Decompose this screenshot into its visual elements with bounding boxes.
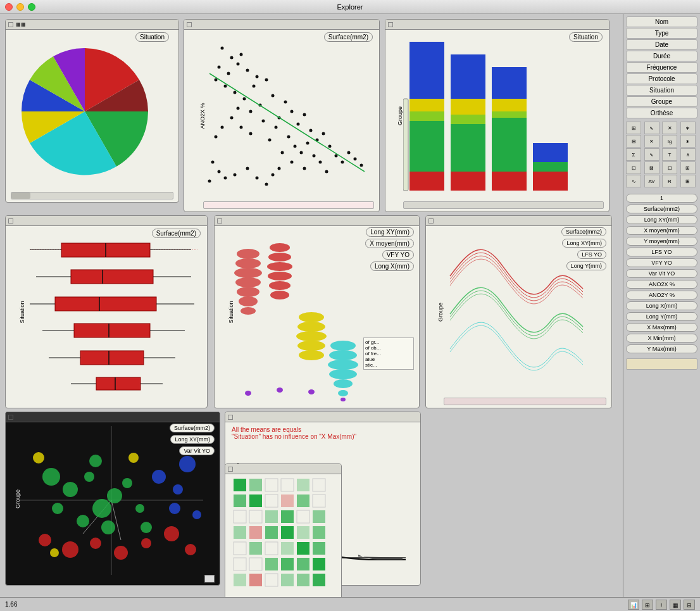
- bar-svg: [403, 35, 603, 197]
- version-label: 1.66: [5, 601, 17, 608]
- sidebar-menu-date[interactable]: Date: [626, 39, 697, 50]
- sidebar-menu-orthese[interactable]: Orthèse: [626, 108, 697, 118]
- chart-icon-2[interactable]: ∿: [644, 122, 659, 134]
- sidebar-menu-protocole[interactable]: Protocole: [626, 73, 697, 84]
- svg-point-131: [308, 389, 315, 394]
- chart-icon-17[interactable]: ∿: [626, 175, 641, 187]
- pie-scrollbar[interactable]: [11, 192, 173, 199]
- sidebar-menu-situation[interactable]: Situation: [626, 85, 697, 96]
- bar-scrollbar[interactable]: [403, 201, 604, 209]
- var-var-vit-yo[interactable]: Var Vit YO: [626, 269, 697, 278]
- window-controls: [5, 3, 35, 11]
- violin-legend-4: Long X(mm): [370, 261, 414, 271]
- svg-point-143: [52, 503, 63, 514]
- chart-icon-5[interactable]: ⊟: [626, 135, 641, 148]
- chart-icon-6[interactable]: ✕: [644, 135, 659, 148]
- svg-point-33: [275, 126, 278, 129]
- matrix-panel-header: [225, 464, 341, 474]
- chart-icon-14[interactable]: ⊠: [644, 161, 659, 174]
- svg-point-153: [141, 538, 151, 548]
- bar-chart-panel: Situation Groupe: [385, 19, 609, 212]
- var-ano2y[interactable]: ANO2Y %: [626, 291, 697, 299]
- chart-icon-8[interactable]: ∗: [680, 135, 696, 148]
- var-ano2x[interactable]: ANO2X %: [626, 280, 697, 289]
- status-icon-exclaim[interactable]: !: [656, 600, 667, 610]
- var-y-moyen[interactable]: Y moyen(mm): [626, 237, 697, 246]
- svg-point-28: [221, 126, 224, 129]
- app-title: Explorer: [337, 3, 363, 11]
- svg-point-117: [270, 291, 289, 299]
- chart-icon-9[interactable]: Σ: [626, 148, 641, 161]
- chart-icon-1[interactable]: ⊞: [626, 122, 641, 134]
- svg-point-41: [341, 161, 344, 164]
- svg-rect-197: [234, 558, 246, 570]
- chart-icon-13[interactable]: ⊡: [626, 161, 641, 174]
- var-x-max[interactable]: X Max(mm): [626, 323, 697, 332]
- status-icon-chart[interactable]: 📊: [628, 600, 639, 610]
- chart-icon-10[interactable]: ∿: [644, 148, 659, 161]
- status-icon-table[interactable]: ▦: [670, 600, 681, 610]
- sidebar-menu-type[interactable]: Type: [626, 28, 697, 39]
- sidebar-menu-groupe[interactable]: Groupe: [626, 96, 697, 107]
- chart-icon-20[interactable]: ⊞: [680, 175, 696, 187]
- var-long-x[interactable]: Long X(mm): [626, 301, 697, 310]
- svg-rect-192: [249, 542, 262, 555]
- svg-rect-170: [281, 479, 294, 491]
- chart-icon-11[interactable]: T: [662, 148, 677, 161]
- svg-rect-172: [313, 479, 325, 491]
- svg-rect-62: [409, 99, 444, 111]
- svg-point-152: [114, 546, 128, 560]
- svg-point-138: [84, 472, 94, 482]
- svg-rect-191: [234, 542, 246, 555]
- sidebar-menu-frequence[interactable]: Fréquence: [626, 62, 697, 73]
- chart-icon-4[interactable]: ∗: [680, 122, 696, 134]
- violin-legend-3: VFY YO: [382, 250, 414, 260]
- var-y-max[interactable]: Y Max(mm): [626, 344, 697, 353]
- svg-point-122: [299, 350, 324, 360]
- lines-y-axis-label: Groupe: [437, 302, 444, 321]
- chart-icon-19[interactable]: R: [662, 175, 677, 187]
- lines-scrollbar[interactable]: [444, 398, 606, 405]
- svg-rect-67: [451, 99, 485, 115]
- svg-point-154: [164, 526, 179, 541]
- close-button[interactable]: [5, 3, 13, 11]
- anova-panel-corner: [228, 415, 233, 420]
- svg-rect-175: [265, 494, 278, 507]
- svg-point-46: [281, 151, 284, 154]
- svg-rect-79: [403, 99, 408, 191]
- svg-point-125: [328, 360, 358, 370]
- var-x-moyen[interactable]: X moyen(mm): [626, 226, 697, 235]
- chart-icon-15[interactable]: ⊡: [662, 161, 677, 174]
- chart-icon-3[interactable]: ✕: [662, 122, 677, 134]
- svg-rect-171: [297, 479, 309, 491]
- svg-rect-185: [234, 526, 246, 539]
- chart-icon-12[interactable]: ∧: [680, 148, 696, 161]
- var-long-y[interactable]: Long Y(mm): [626, 312, 697, 321]
- chart-icon-7[interactable]: Ig: [662, 135, 677, 148]
- scatter-scrollbar[interactable]: [203, 201, 374, 209]
- var-1[interactable]: 1: [626, 194, 697, 203]
- var-surface[interactable]: Surface(mm2): [626, 205, 697, 213]
- var-vfy-yo[interactable]: VFY YO: [626, 258, 697, 267]
- maximize-button[interactable]: [28, 3, 35, 11]
- status-icon-grid[interactable]: ⊞: [642, 600, 653, 610]
- boxplot-panel-corner: [8, 218, 13, 224]
- svg-rect-89: [55, 297, 156, 311]
- chart-icon-18[interactable]: AV: [644, 175, 659, 187]
- var-long-xy[interactable]: Long XY(mm): [626, 215, 697, 224]
- sidebar-menu-duree[interactable]: Durée: [626, 51, 697, 61]
- svg-point-126: [329, 369, 357, 379]
- svg-point-58: [291, 161, 294, 164]
- status-icon-zoom[interactable]: ⊟: [684, 600, 695, 610]
- sidebar-menu-nom[interactable]: Nom: [626, 16, 697, 27]
- chart-icon-16[interactable]: ⊞: [680, 161, 696, 174]
- var-x-min[interactable]: X Min(mm): [626, 334, 697, 343]
- svg-point-115: [268, 272, 292, 280]
- svg-point-9: [256, 75, 259, 79]
- icon-grid: ⊞ ∿ ✕ ∗ ⊟ ✕ Ig ∗ Σ ∿ T ∧ ⊡ ⊠ ⊡ ⊞ ∿ AV R …: [626, 122, 697, 187]
- minimize-button[interactable]: [16, 3, 24, 11]
- violin-panel: Situation Long XY(mm) X moyen(mm) VFY YO…: [214, 215, 420, 408]
- svg-point-139: [92, 499, 111, 518]
- svg-point-53: [246, 167, 249, 170]
- var-lfs-yo[interactable]: LFS YO: [626, 248, 697, 256]
